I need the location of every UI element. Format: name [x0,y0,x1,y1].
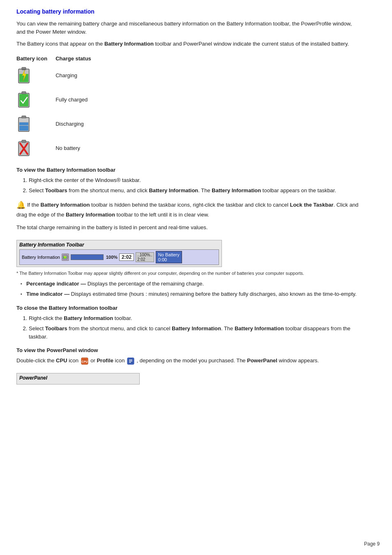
toolbar-no-battery: No Battery 0:00 [156,251,182,263]
powerpanel-para: Double-click the CPU icon CPU or Profile… [16,357,362,365]
toolbar-time: 2:02 [119,253,134,261]
status-full: Fully charged [55,88,99,112]
table-row: Fully charged [16,88,99,112]
powerpanel-preview-title: PowerPanel [19,375,137,381]
note-icon: 🔔 [16,200,25,211]
col-battery-icon: Battery icon [16,54,55,63]
table-row: Charging [16,63,99,88]
toolbar-percent: 100% [106,255,118,260]
table-row: No battery [16,136,99,160]
battery-icon-charging [16,63,55,88]
list-item: Right-click the Battery Information tool… [29,314,362,322]
status-none: No battery [55,136,99,160]
cpu-icon: CPU [81,357,88,365]
list-item: Time indicator — Displays estimated time… [21,290,362,298]
battery-icon-discharging [16,112,55,136]
powerpanel-preview-box: PowerPanel [16,373,140,385]
toolbar-battery-icon [62,253,69,261]
list-item: Right-click the center of the Windows® t… [29,176,362,184]
col-charge-status: Charge status [55,54,99,63]
list-item: Select Toolbars from the shortcut menu, … [29,187,362,195]
toolbar-preview-box: Battery Information Toolbar Battery Info… [16,240,222,267]
battery-icon-full [16,88,55,112]
toolbar-preview-title: Battery Information Toolbar [19,242,219,248]
toolbar-inner: Battery Information 100% 2:02 ..100%.. 2… [19,249,219,265]
asterisk-note: * The Battery Information Toolbar may ap… [16,270,362,276]
section-view-toolbar-title: To view the Battery Information toolbar [16,167,362,173]
toolbar-label: Battery Information [22,255,60,260]
list-item: Select Toolbars from the shortcut menu, … [29,325,362,341]
page-number: Page 9 [364,541,380,547]
close-toolbar-steps: Right-click the Battery Information tool… [29,314,362,341]
toolbar-progress-fill [71,255,103,260]
toolbar-time-display: 2:02 [137,257,152,262]
view-toolbar-steps: Right-click the center of the Windows® t… [29,176,362,195]
total-charge-text: The total charge remaining in the batter… [16,223,362,232]
svg-rect-9 [22,116,26,118]
section-close-toolbar-title: To close the Battery Information toolbar [16,305,362,311]
status-discharging: Discharging [55,112,99,136]
toolbar-pct-display: ..100%.. [137,253,152,257]
profile-icon [127,357,134,365]
svg-rect-11 [19,122,28,125]
svg-text:CPU: CPU [81,360,88,363]
note-box: 🔔If the Battery Information toolbar is h… [16,200,362,219]
list-item: Percentage indicator — Displays the perc… [21,280,362,288]
table-row: Discharging [16,112,99,136]
intro-para2: The Battery icons that appear on the Bat… [16,40,362,48]
svg-rect-20 [67,256,68,258]
svg-rect-16 [22,140,26,143]
intro-para1: You can view the remaining battery charg… [16,20,362,36]
toolbar-progress-bar [71,254,104,260]
section-powerpanel-title: To view the PowerPanel window [16,347,362,353]
battery-icon-table: Battery icon Charge status [16,54,99,160]
svg-rect-6 [22,92,26,94]
status-charging: Charging [55,63,99,88]
page-title: Locating battery information [16,8,362,15]
bullet-list: Percentage indicator — Displays the perc… [21,280,362,298]
battery-icon-none [16,136,55,160]
svg-rect-10 [19,126,28,131]
svg-rect-12 [19,118,28,122]
